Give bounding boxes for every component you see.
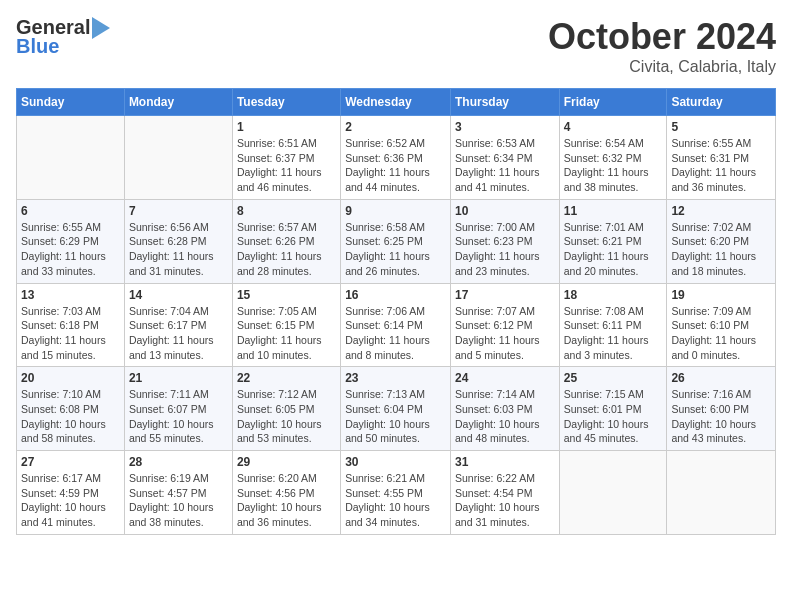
day-number: 6 [21, 204, 120, 218]
day-number: 7 [129, 204, 228, 218]
day-number: 16 [345, 288, 446, 302]
day-info: Sunrise: 6:21 AM Sunset: 4:55 PM Dayligh… [345, 471, 446, 530]
day-info: Sunrise: 7:10 AM Sunset: 6:08 PM Dayligh… [21, 387, 120, 446]
day-of-week-header: Thursday [450, 89, 559, 116]
day-number: 22 [237, 371, 336, 385]
day-number: 25 [564, 371, 663, 385]
calendar-cell: 13Sunrise: 7:03 AM Sunset: 6:18 PM Dayli… [17, 283, 125, 367]
day-number: 19 [671, 288, 771, 302]
day-number: 12 [671, 204, 771, 218]
day-info: Sunrise: 7:12 AM Sunset: 6:05 PM Dayligh… [237, 387, 336, 446]
day-number: 1 [237, 120, 336, 134]
day-number: 26 [671, 371, 771, 385]
calendar-cell: 3Sunrise: 6:53 AM Sunset: 6:34 PM Daylig… [450, 116, 559, 200]
calendar-cell: 31Sunrise: 6:22 AM Sunset: 4:54 PM Dayli… [450, 451, 559, 535]
day-info: Sunrise: 7:16 AM Sunset: 6:00 PM Dayligh… [671, 387, 771, 446]
calendar-cell: 16Sunrise: 7:06 AM Sunset: 6:14 PM Dayli… [341, 283, 451, 367]
day-info: Sunrise: 7:00 AM Sunset: 6:23 PM Dayligh… [455, 220, 555, 279]
calendar-table: SundayMondayTuesdayWednesdayThursdayFrid… [16, 88, 776, 535]
calendar-cell: 8Sunrise: 6:57 AM Sunset: 6:26 PM Daylig… [232, 199, 340, 283]
calendar-cell: 25Sunrise: 7:15 AM Sunset: 6:01 PM Dayli… [559, 367, 667, 451]
logo-arrow-icon [92, 17, 110, 39]
calendar-week-row: 27Sunrise: 6:17 AM Sunset: 4:59 PM Dayli… [17, 451, 776, 535]
day-of-week-header: Wednesday [341, 89, 451, 116]
day-of-week-header: Saturday [667, 89, 776, 116]
day-info: Sunrise: 7:02 AM Sunset: 6:20 PM Dayligh… [671, 220, 771, 279]
day-info: Sunrise: 6:56 AM Sunset: 6:28 PM Dayligh… [129, 220, 228, 279]
calendar-body: 1Sunrise: 6:51 AM Sunset: 6:37 PM Daylig… [17, 116, 776, 535]
day-info: Sunrise: 6:54 AM Sunset: 6:32 PM Dayligh… [564, 136, 663, 195]
calendar-cell: 1Sunrise: 6:51 AM Sunset: 6:37 PM Daylig… [232, 116, 340, 200]
calendar-cell: 7Sunrise: 6:56 AM Sunset: 6:28 PM Daylig… [124, 199, 232, 283]
calendar-cell: 18Sunrise: 7:08 AM Sunset: 6:11 PM Dayli… [559, 283, 667, 367]
calendar-subtitle: Civita, Calabria, Italy [548, 58, 776, 76]
calendar-cell: 11Sunrise: 7:01 AM Sunset: 6:21 PM Dayli… [559, 199, 667, 283]
day-of-week-header: Monday [124, 89, 232, 116]
day-info: Sunrise: 7:05 AM Sunset: 6:15 PM Dayligh… [237, 304, 336, 363]
day-info: Sunrise: 6:57 AM Sunset: 6:26 PM Dayligh… [237, 220, 336, 279]
calendar-cell: 21Sunrise: 7:11 AM Sunset: 6:07 PM Dayli… [124, 367, 232, 451]
day-number: 17 [455, 288, 555, 302]
day-info: Sunrise: 7:04 AM Sunset: 6:17 PM Dayligh… [129, 304, 228, 363]
day-info: Sunrise: 6:17 AM Sunset: 4:59 PM Dayligh… [21, 471, 120, 530]
calendar-cell: 30Sunrise: 6:21 AM Sunset: 4:55 PM Dayli… [341, 451, 451, 535]
calendar-cell: 24Sunrise: 7:14 AM Sunset: 6:03 PM Dayli… [450, 367, 559, 451]
day-number: 2 [345, 120, 446, 134]
day-info: Sunrise: 7:13 AM Sunset: 6:04 PM Dayligh… [345, 387, 446, 446]
day-number: 15 [237, 288, 336, 302]
day-number: 18 [564, 288, 663, 302]
calendar-cell: 4Sunrise: 6:54 AM Sunset: 6:32 PM Daylig… [559, 116, 667, 200]
day-info: Sunrise: 7:01 AM Sunset: 6:21 PM Dayligh… [564, 220, 663, 279]
day-number: 31 [455, 455, 555, 469]
day-info: Sunrise: 7:15 AM Sunset: 6:01 PM Dayligh… [564, 387, 663, 446]
day-number: 20 [21, 371, 120, 385]
calendar-cell: 5Sunrise: 6:55 AM Sunset: 6:31 PM Daylig… [667, 116, 776, 200]
day-info: Sunrise: 6:58 AM Sunset: 6:25 PM Dayligh… [345, 220, 446, 279]
day-number: 9 [345, 204, 446, 218]
day-number: 4 [564, 120, 663, 134]
calendar-cell: 2Sunrise: 6:52 AM Sunset: 6:36 PM Daylig… [341, 116, 451, 200]
day-info: Sunrise: 7:07 AM Sunset: 6:12 PM Dayligh… [455, 304, 555, 363]
calendar-cell: 14Sunrise: 7:04 AM Sunset: 6:17 PM Dayli… [124, 283, 232, 367]
calendar-cell [559, 451, 667, 535]
day-info: Sunrise: 7:11 AM Sunset: 6:07 PM Dayligh… [129, 387, 228, 446]
day-info: Sunrise: 7:14 AM Sunset: 6:03 PM Dayligh… [455, 387, 555, 446]
day-info: Sunrise: 7:03 AM Sunset: 6:18 PM Dayligh… [21, 304, 120, 363]
day-info: Sunrise: 7:08 AM Sunset: 6:11 PM Dayligh… [564, 304, 663, 363]
calendar-week-row: 13Sunrise: 7:03 AM Sunset: 6:18 PM Dayli… [17, 283, 776, 367]
calendar-header: SundayMondayTuesdayWednesdayThursdayFrid… [17, 89, 776, 116]
calendar-cell: 10Sunrise: 7:00 AM Sunset: 6:23 PM Dayli… [450, 199, 559, 283]
calendar-cell: 28Sunrise: 6:19 AM Sunset: 4:57 PM Dayli… [124, 451, 232, 535]
calendar-week-row: 6Sunrise: 6:55 AM Sunset: 6:29 PM Daylig… [17, 199, 776, 283]
day-info: Sunrise: 6:51 AM Sunset: 6:37 PM Dayligh… [237, 136, 336, 195]
day-info: Sunrise: 6:53 AM Sunset: 6:34 PM Dayligh… [455, 136, 555, 195]
day-number: 8 [237, 204, 336, 218]
day-of-week-header: Sunday [17, 89, 125, 116]
day-info: Sunrise: 6:55 AM Sunset: 6:31 PM Dayligh… [671, 136, 771, 195]
logo-blue-text: Blue [16, 35, 59, 58]
days-of-week-row: SundayMondayTuesdayWednesdayThursdayFrid… [17, 89, 776, 116]
svg-marker-0 [92, 17, 110, 39]
day-number: 10 [455, 204, 555, 218]
day-number: 24 [455, 371, 555, 385]
calendar-cell: 23Sunrise: 7:13 AM Sunset: 6:04 PM Dayli… [341, 367, 451, 451]
title-area: October 2024 Civita, Calabria, Italy [548, 16, 776, 76]
day-info: Sunrise: 7:06 AM Sunset: 6:14 PM Dayligh… [345, 304, 446, 363]
day-number: 30 [345, 455, 446, 469]
logo: General Blue [16, 16, 110, 58]
day-info: Sunrise: 6:22 AM Sunset: 4:54 PM Dayligh… [455, 471, 555, 530]
calendar-cell [17, 116, 125, 200]
day-info: Sunrise: 6:55 AM Sunset: 6:29 PM Dayligh… [21, 220, 120, 279]
calendar-title: October 2024 [548, 16, 776, 58]
day-of-week-header: Friday [559, 89, 667, 116]
day-info: Sunrise: 6:52 AM Sunset: 6:36 PM Dayligh… [345, 136, 446, 195]
page-header: General Blue October 2024 Civita, Calabr… [16, 16, 776, 76]
calendar-cell: 12Sunrise: 7:02 AM Sunset: 6:20 PM Dayli… [667, 199, 776, 283]
calendar-cell: 17Sunrise: 7:07 AM Sunset: 6:12 PM Dayli… [450, 283, 559, 367]
day-number: 11 [564, 204, 663, 218]
calendar-cell: 9Sunrise: 6:58 AM Sunset: 6:25 PM Daylig… [341, 199, 451, 283]
calendar-week-row: 20Sunrise: 7:10 AM Sunset: 6:08 PM Dayli… [17, 367, 776, 451]
day-info: Sunrise: 7:09 AM Sunset: 6:10 PM Dayligh… [671, 304, 771, 363]
day-number: 5 [671, 120, 771, 134]
calendar-cell: 20Sunrise: 7:10 AM Sunset: 6:08 PM Dayli… [17, 367, 125, 451]
